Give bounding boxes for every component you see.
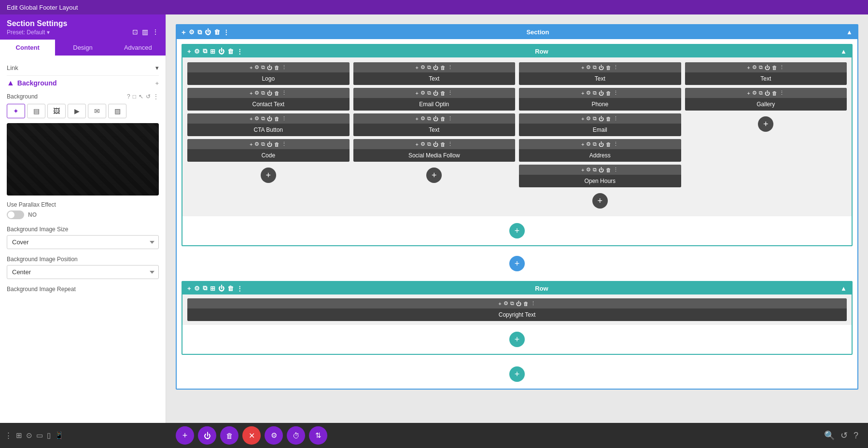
mod-smf-copy[interactable]: ⧉ (427, 141, 431, 147)
mobile-icon[interactable]: 📱 (55, 431, 64, 440)
mod-t4-more[interactable]: ⋮ (779, 64, 784, 70)
mod-t2-more[interactable]: ⋮ (448, 115, 453, 122)
mod-cta-del[interactable]: 🗑 (274, 116, 280, 122)
bg-more-icon[interactable]: ⋮ (153, 93, 159, 100)
mod-cta-power[interactable]: ⏻ (267, 116, 272, 122)
mod-logo-copy[interactable]: ⧉ (261, 64, 265, 70)
mod-logo-del[interactable]: 🗑 (274, 65, 280, 70)
mod-t4-power[interactable]: ⏻ (765, 65, 770, 70)
bg-position-select[interactable]: Center Top Bottom Left Right (7, 265, 159, 279)
mod-copy-add[interactable]: + (498, 301, 501, 307)
mod-logo-more[interactable]: ⋮ (281, 64, 287, 70)
mod-copy-gear[interactable]: ⚙ (504, 300, 508, 307)
mod-smf-power[interactable]: ⏻ (433, 141, 438, 147)
mod-eo-more[interactable]: ⋮ (448, 90, 453, 96)
mod-t4-del[interactable]: 🗑 (772, 65, 777, 70)
row2-copy-icon[interactable]: ⧉ (203, 284, 207, 292)
canvas-close-button[interactable]: ✕ (242, 426, 261, 445)
undo-icon[interactable]: ↺ (840, 430, 848, 441)
add-section-button[interactable]: + (509, 366, 525, 382)
mod-gal-del[interactable]: 🗑 (772, 90, 777, 96)
mod-code-add[interactable]: + (250, 141, 252, 147)
mod-eo-copy[interactable]: ⧉ (427, 90, 431, 96)
section-collapse-icon[interactable]: ▲ (846, 28, 853, 36)
link-row[interactable]: Link ▾ (7, 60, 159, 76)
mod-code-del[interactable]: 🗑 (274, 141, 280, 147)
parallax-toggle[interactable] (7, 210, 24, 219)
mod-t4-gear[interactable]: ⚙ (752, 64, 757, 70)
mod-ph-add[interactable]: + (581, 90, 584, 96)
mod-ct-more[interactable]: ⋮ (281, 90, 287, 96)
mod-t1-more[interactable]: ⋮ (448, 64, 453, 70)
mod-t2-gear[interactable]: ⚙ (420, 115, 425, 122)
bg-reset-icon[interactable]: ↺ (146, 93, 151, 100)
grid-view-icon[interactable]: ⊞ (16, 431, 22, 440)
mod-logo-gear[interactable]: ⚙ (254, 64, 259, 70)
mod-t3-more[interactable]: ⋮ (613, 64, 618, 70)
mod-ct-power[interactable]: ⏻ (267, 90, 272, 96)
mod-cta-more[interactable]: ⋮ (281, 115, 287, 122)
row1-add-icon[interactable]: + (187, 48, 191, 55)
mod-gal-gear[interactable]: ⚙ (752, 90, 757, 96)
mod-logo-power[interactable]: ⏻ (267, 65, 272, 70)
mod-t3-del[interactable]: 🗑 (606, 65, 611, 70)
row-2-collapse-icon[interactable]: ▲ (840, 285, 847, 292)
row-1-collapse-icon[interactable]: ▲ (840, 48, 847, 55)
mod-em-copy[interactable]: ⧉ (593, 115, 597, 122)
col-1-add-button[interactable]: + (261, 168, 276, 183)
sidebar-icon-3[interactable]: ⋮ (152, 28, 159, 36)
mod-smf-gear[interactable]: ⚙ (420, 141, 425, 147)
mod-t1-del[interactable]: 🗑 (440, 65, 446, 70)
mod-copy-more[interactable]: ⋮ (531, 300, 536, 307)
section-gear-icon[interactable]: ⚙ (189, 28, 195, 36)
mod-t2-add[interactable]: + (416, 116, 419, 122)
mod-smf-more[interactable]: ⋮ (448, 141, 453, 147)
row1-cols-icon[interactable]: ⊞ (210, 48, 215, 55)
search-device-icon[interactable]: ⊙ (26, 431, 32, 440)
mod-addr-del[interactable]: 🗑 (606, 141, 611, 147)
mod-oh-more[interactable]: ⋮ (613, 167, 618, 173)
mod-eo-gear[interactable]: ⚙ (420, 90, 425, 96)
desktop-icon[interactable]: ▭ (36, 431, 43, 440)
bg-type-pattern[interactable]: ✉ (88, 104, 106, 118)
canvas-settings-button[interactable]: ⚙ (265, 426, 283, 445)
more-dots-icon[interactable]: ⋮ (5, 431, 12, 440)
row1-gear-icon[interactable]: ⚙ (194, 48, 200, 55)
mod-oh-power[interactable]: ⏻ (599, 167, 604, 173)
mod-gal-power[interactable]: ⏻ (765, 90, 770, 96)
mod-t3-gear[interactable]: ⚙ (586, 64, 591, 70)
mod-addr-add[interactable]: + (581, 141, 584, 147)
section-power-icon[interactable]: ⏻ (205, 28, 211, 36)
section-add-icon[interactable]: + (182, 28, 186, 36)
row1-copy-icon[interactable]: ⧉ (203, 47, 207, 55)
bg-cursor-icon[interactable]: ↖ (139, 93, 143, 100)
mod-gal-more[interactable]: ⋮ (779, 90, 784, 96)
mod-t1-gear[interactable]: ⚙ (420, 64, 425, 70)
mod-t3-copy[interactable]: ⧉ (593, 64, 597, 70)
mod-t4-copy[interactable]: ⧉ (759, 64, 763, 70)
mod-ph-copy[interactable]: ⧉ (593, 90, 597, 96)
mod-addr-more[interactable]: ⋮ (613, 141, 618, 147)
row2-cols-icon[interactable]: ⊞ (210, 285, 215, 292)
row1-delete-icon[interactable]: 🗑 (227, 48, 234, 55)
mod-eo-add[interactable]: + (416, 90, 419, 96)
sidebar-icon-2[interactable]: ▥ (142, 28, 148, 36)
mod-code-more[interactable]: ⋮ (281, 141, 287, 147)
mod-gal-copy[interactable]: ⧉ (759, 90, 763, 96)
add-row-between-button[interactable]: + (509, 256, 525, 271)
mod-cta-copy[interactable]: ⧉ (261, 115, 265, 122)
row1-power-icon[interactable]: ⏻ (218, 48, 224, 55)
tablet-icon[interactable]: ▯ (47, 431, 51, 440)
mod-t2-power[interactable]: ⏻ (433, 116, 438, 122)
mod-smf-del[interactable]: 🗑 (440, 141, 446, 147)
mod-code-copy[interactable]: ⧉ (261, 141, 265, 147)
help-icon[interactable]: ? (854, 431, 858, 441)
mod-t2-copy[interactable]: ⧉ (427, 115, 431, 122)
mod-addr-gear[interactable]: ⚙ (586, 141, 591, 147)
row2-delete-icon[interactable]: 🗑 (227, 285, 234, 292)
mod-copy-del[interactable]: 🗑 (523, 301, 529, 307)
row2-power-icon[interactable]: ⏻ (218, 285, 224, 292)
mod-oh-copy[interactable]: ⧉ (593, 167, 597, 173)
canvas-add-button[interactable]: + (176, 426, 194, 445)
bg-toggle-icon[interactable]: □ (133, 93, 136, 100)
